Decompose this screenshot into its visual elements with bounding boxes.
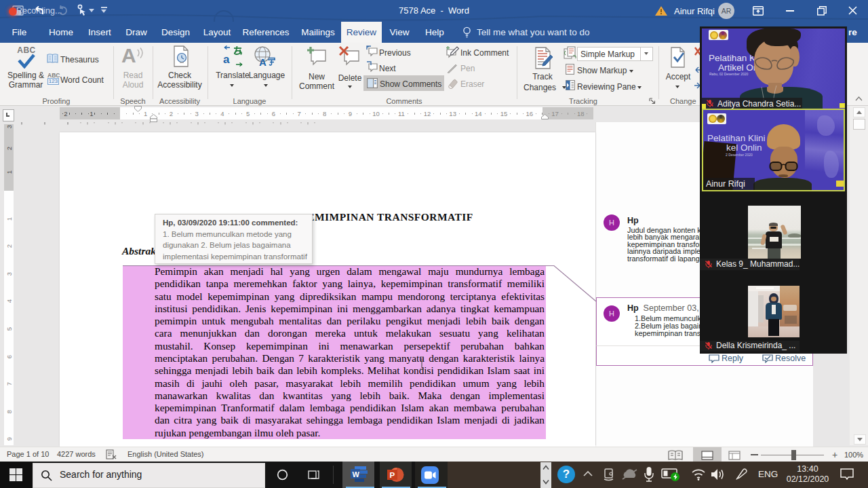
svg-text:P: P [390, 471, 395, 479]
svg-text:A: A [259, 56, 267, 67]
svg-text:a: a [223, 53, 230, 66]
svg-text:W: W [353, 470, 360, 478]
